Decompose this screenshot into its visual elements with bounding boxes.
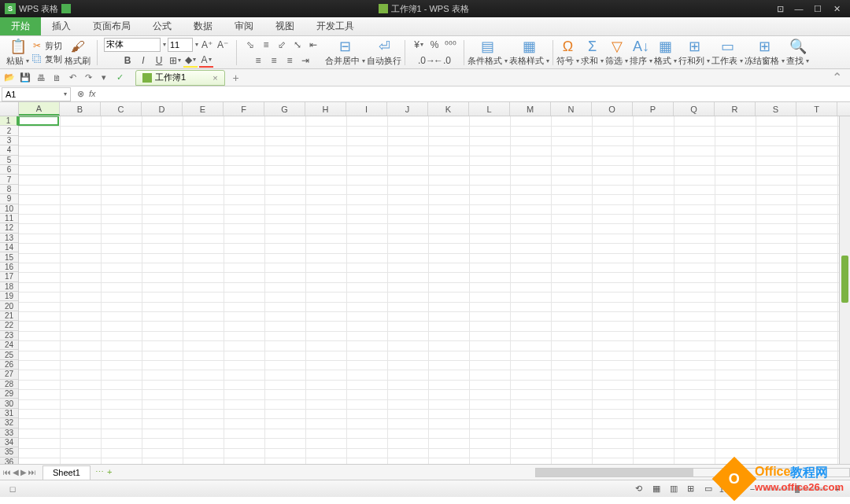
worksheet-button[interactable]: ▭工作表▾ — [711, 38, 743, 67]
menu-开始[interactable]: 开始 — [0, 17, 41, 35]
find-button[interactable]: 🔍查找▾ — [786, 38, 809, 67]
symbol-button[interactable]: Ω符号▾ — [556, 39, 579, 67]
col-header-E[interactable]: E — [183, 102, 224, 116]
col-header-Q[interactable]: Q — [674, 102, 715, 116]
row-header-32[interactable]: 32 — [0, 418, 18, 428]
window-maximize-icon[interactable]: ☐ — [809, 2, 826, 15]
row-header-9[interactable]: 9 — [0, 194, 18, 204]
customize-qat-icon[interactable]: ▾ — [98, 72, 110, 84]
font-color-button[interactable]: A▾ — [199, 53, 213, 68]
row-header-30[interactable]: 30 — [0, 399, 18, 408]
align-top-icon[interactable]: ⬂ — [243, 38, 257, 52]
row-header-22[interactable]: 22 — [0, 321, 18, 330]
row-header-23[interactable]: 23 — [0, 331, 18, 340]
row-header-35[interactable]: 35 — [0, 447, 18, 457]
window-minimize-icon[interactable]: — — [790, 2, 808, 15]
status-icon[interactable]: □ — [6, 483, 19, 495]
col-header-O[interactable]: O — [592, 102, 633, 116]
col-header-G[interactable]: G — [264, 102, 305, 116]
align-center-icon[interactable]: ≡ — [267, 53, 281, 68]
add-tab-button[interactable]: + — [233, 72, 239, 84]
italic-button[interactable]: I — [136, 53, 150, 68]
border-button[interactable]: ⊞▾ — [168, 53, 182, 68]
merge-center-button[interactable]: ⊟ 合并居中▾ — [325, 38, 365, 67]
row-header-12[interactable]: 12 — [0, 223, 18, 233]
orientation-icon[interactable]: ⤡ — [290, 38, 305, 52]
format-painter-button[interactable]: 🖌 格式刷 — [65, 39, 91, 67]
row-header-29[interactable]: 29 — [0, 389, 18, 399]
col-header-S[interactable]: S — [756, 102, 796, 116]
sheet-menu-icon[interactable]: ⋯ — [95, 467, 104, 477]
underline-button[interactable]: U — [152, 53, 166, 68]
view-normal-icon[interactable]: ▦ — [650, 483, 663, 495]
view-reading-icon[interactable]: ▭ — [702, 483, 715, 495]
row-header-19[interactable]: 19 — [0, 292, 18, 301]
sheet-tab[interactable]: Sheet1 — [42, 465, 91, 480]
name-box-dropdown-icon[interactable]: ▾ — [64, 90, 67, 97]
menu-页面布局[interactable]: 页面布局 — [82, 17, 142, 35]
indent-increase-icon[interactable]: ⇥ — [298, 53, 312, 68]
select-all-corner[interactable] — [0, 102, 19, 116]
comma-button[interactable]: ⁰⁰⁰ — [443, 38, 457, 52]
view-page-icon[interactable]: ▥ — [667, 483, 680, 495]
name-box[interactable]: A1 ▾ — [2, 87, 71, 101]
col-header-K[interactable]: K — [428, 102, 469, 116]
sheet-nav-prev-icon[interactable]: ◀ — [13, 468, 19, 476]
col-header-H[interactable]: H — [305, 102, 346, 116]
add-sheet-icon[interactable]: + — [107, 467, 112, 477]
bold-button[interactable]: B — [120, 53, 135, 68]
spreadsheet-cells[interactable] — [19, 116, 850, 464]
formula-input[interactable] — [102, 87, 850, 101]
menu-审阅[interactable]: 审阅 — [224, 17, 264, 35]
row-header-24[interactable]: 24 — [0, 340, 18, 350]
copy-button[interactable]: ⿻复制 — [31, 53, 62, 65]
row-header-3[interactable]: 3 — [0, 136, 18, 145]
col-header-I[interactable]: I — [346, 102, 387, 116]
row-header-18[interactable]: 18 — [0, 282, 18, 292]
vertical-scrollbar-thumb[interactable] — [841, 256, 848, 303]
font-size-select[interactable] — [168, 38, 193, 52]
table-style-button[interactable]: ▦ 表格样式▾ — [509, 38, 549, 67]
format-button[interactable]: ▦格式▾ — [654, 38, 677, 67]
redo-icon[interactable]: ↷ — [82, 72, 94, 84]
file-tab[interactable]: 工作簿1 × — [135, 70, 225, 86]
print-preview-icon[interactable]: 🗎 — [50, 72, 63, 84]
align-right-icon[interactable]: ≡ — [283, 53, 297, 68]
col-header-L[interactable]: L — [469, 102, 510, 116]
row-header-6[interactable]: 6 — [0, 165, 18, 175]
row-header-15[interactable]: 15 — [0, 252, 18, 262]
row-header-28[interactable]: 28 — [0, 380, 18, 389]
window-restore-icon[interactable]: ⊡ — [771, 2, 789, 15]
row-header-27[interactable]: 27 — [0, 370, 18, 379]
cond-format-button[interactable]: ▤ 条件格式▾ — [468, 38, 508, 67]
col-header-R[interactable]: R — [715, 102, 756, 116]
col-header-P[interactable]: P — [633, 102, 674, 116]
save-icon[interactable]: 💾 — [19, 72, 31, 84]
row-header-1[interactable]: 1 — [0, 116, 18, 126]
open-icon[interactable]: 📂 — [3, 72, 16, 84]
percent-button[interactable]: % — [427, 38, 442, 52]
menu-视图[interactable]: 视图 — [264, 17, 305, 35]
fx-icon[interactable]: fx — [89, 89, 96, 99]
increase-decimal-icon[interactable]: .0→ — [419, 53, 434, 68]
col-header-D[interactable]: D — [142, 102, 183, 116]
align-bottom-icon[interactable]: ⬃ — [275, 38, 289, 52]
row-header-31[interactable]: 31 — [0, 409, 18, 418]
titlebar-dropdown[interactable] — [61, 4, 71, 13]
row-header-13[interactable]: 13 — [0, 234, 18, 243]
view-sync-icon[interactable]: ⟲ — [633, 483, 645, 495]
row-header-14[interactable]: 14 — [0, 243, 18, 252]
row-header-16[interactable]: 16 — [0, 263, 18, 272]
filter-button[interactable]: ▽筛选▾ — [605, 38, 628, 67]
currency-button[interactable]: ¥▾ — [412, 38, 426, 52]
cut-button[interactable]: ✂剪切 — [31, 40, 62, 52]
row-header-4[interactable]: 4 — [0, 145, 18, 155]
row-header-33[interactable]: 33 — [0, 429, 18, 438]
freeze-button[interactable]: ⊞冻结窗格▾ — [745, 38, 785, 67]
col-header-A[interactable]: A — [19, 102, 60, 116]
auto-wrap-button[interactable]: ⏎ 自动换行 — [367, 38, 401, 67]
check-icon[interactable]: ✓ — [113, 72, 126, 84]
col-header-M[interactable]: M — [510, 102, 551, 116]
row-header-25[interactable]: 25 — [0, 350, 18, 359]
row-header-2[interactable]: 2 — [0, 126, 18, 135]
